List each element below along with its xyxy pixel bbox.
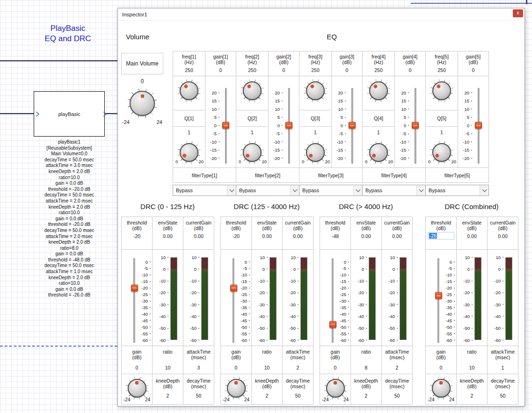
freq-knob[interactable] (240, 79, 264, 102)
window-titlebar[interactable]: Inspector1 x (118, 8, 525, 21)
gain-value[interactable]: 0 (221, 365, 251, 370)
freq-value[interactable]: 250 (363, 67, 394, 73)
q-value[interactable]: 1 (363, 127, 394, 138)
threshold-slider-track[interactable] (133, 258, 135, 343)
filter-type-dropdown[interactable]: Bypass (173, 185, 236, 196)
currentgain-value: 0.00 (283, 233, 313, 239)
gain-slider-handle[interactable] (412, 122, 419, 129)
gain-value[interactable]: 0 (320, 365, 350, 370)
kneedepth-value[interactable]: 2 (351, 393, 381, 399)
close-button[interactable]: x (513, 9, 523, 17)
filter-type-dropdown[interactable]: Bypass (236, 185, 299, 196)
eq-channel: freq[2] (Hz) 250 gain[2] (dB) 0 Q[2] 1 (236, 51, 299, 196)
threshold-slider-track[interactable] (233, 258, 234, 343)
gain-value[interactable]: 0 (122, 365, 152, 370)
drc-gain-knob[interactable] (324, 377, 347, 400)
q-knob[interactable]: 0 20 (430, 141, 453, 164)
freq-value[interactable]: 250 (173, 67, 205, 73)
gain-value[interactable]: 0 (426, 365, 456, 370)
q-value[interactable]: 1 (173, 127, 205, 138)
drc-gain-knob[interactable] (225, 377, 248, 400)
drc-group-title: DRC (> 4000 Hz) (320, 203, 412, 212)
freq-knob[interactable] (367, 79, 390, 102)
filter-type-dropdown[interactable]: Bypass (362, 185, 426, 196)
gain-slider-handle[interactable] (349, 122, 356, 129)
annotation-line: decayTime = 50.0 msec (13, 157, 125, 163)
decaytime-field: decayTime (msec) 50 (283, 374, 313, 405)
decaytime-value[interactable]: 50 (283, 393, 313, 399)
q-value[interactable]: 1 (299, 127, 331, 138)
q-knob[interactable]: 0 20 (367, 141, 390, 164)
threshold-slider-handle[interactable] (329, 321, 336, 328)
window-title: Inspector1 (122, 12, 147, 17)
main-volume-knob[interactable] (127, 88, 157, 118)
gain-value[interactable]: 0 (205, 67, 236, 73)
dropdown-button[interactable] (416, 185, 425, 196)
filter-type-dropdown[interactable]: Bypass (299, 185, 363, 196)
gain-slider-handle[interactable] (222, 122, 229, 129)
drc-gain-knob[interactable] (125, 377, 149, 400)
kneedepth-value[interactable]: 2 (153, 393, 183, 399)
threshold-slider-handle[interactable] (230, 284, 237, 291)
dropdown-button[interactable] (290, 185, 299, 196)
q-value[interactable]: 1 (236, 127, 268, 138)
gain-value[interactable]: 0 (395, 67, 425, 73)
ratio-value[interactable]: 8 (351, 365, 381, 370)
threshold-value[interactable]: -48 (320, 233, 350, 239)
q-max-label: 20 (451, 159, 456, 164)
decaytime-value[interactable]: 50 (183, 393, 214, 399)
freq-knob[interactable] (430, 79, 453, 102)
ratio-value[interactable]: 10 (457, 365, 487, 370)
knob-face (180, 143, 198, 162)
main-volume-value[interactable]: 0 (121, 74, 163, 88)
gain-value[interactable]: 0 (269, 67, 299, 73)
threshold-value[interactable]: -20 (122, 233, 152, 239)
decaytime-value[interactable]: 50 (382, 393, 412, 399)
freq-value[interactable]: 250 (299, 67, 331, 73)
q-knob[interactable]: 0 20 (304, 141, 327, 164)
gain-label: gain (320, 349, 350, 355)
decaytime-value[interactable]: 50 (488, 393, 518, 399)
dropdown-button[interactable] (480, 185, 488, 196)
threshold-value[interactable]: -26 (428, 232, 454, 239)
playbasic-block[interactable]: playBasic (34, 91, 105, 137)
gain-slider-handle[interactable] (285, 122, 292, 129)
attacktime-value[interactable]: 2 (283, 365, 313, 370)
dropdown-button[interactable] (227, 185, 236, 196)
threshold-value[interactable]: -20 (221, 233, 251, 239)
drc-group: DRC (> 4000 Hz) threshold (dB) -48 envSt… (320, 203, 412, 405)
q-min-label: 0 (239, 159, 241, 164)
freq-value[interactable]: 250 (236, 67, 268, 73)
threshold-slider-handle[interactable] (435, 292, 442, 299)
q-knob[interactable]: 0 20 (240, 141, 264, 164)
attacktime-field: attackTime (msec) 2 (382, 346, 413, 374)
dropdown-button[interactable] (353, 185, 362, 196)
ratio-value[interactable]: 10 (153, 365, 183, 370)
gain-value[interactable]: 0 (332, 67, 362, 73)
annotation-line: attackTime = 3.0 msec (13, 163, 125, 169)
threshold-slider-track[interactable] (332, 258, 334, 343)
attacktime-value[interactable]: 3 (183, 365, 214, 370)
kneedepth-value[interactable]: 2 (252, 393, 282, 399)
threshold-slider-track[interactable] (437, 258, 439, 343)
freq-knob[interactable] (304, 79, 327, 102)
currentgain-unit: (dB) (382, 225, 412, 231)
threshold-slider-handle[interactable] (131, 284, 138, 291)
gain-value[interactable]: 0 (458, 67, 488, 73)
freq-value[interactable]: 250 (426, 67, 458, 73)
freq-knob[interactable] (177, 79, 201, 102)
q-value[interactable]: 1 (426, 127, 458, 138)
attacktime-value[interactable]: 1 (488, 365, 518, 370)
filter-type-dropdown[interactable]: Bypass (425, 185, 489, 196)
ratio-field: ratio 10 (252, 346, 283, 374)
gain-slider: 20151050-5-10-15-20 (269, 76, 299, 168)
gain-slider-handle[interactable] (475, 122, 482, 129)
kneedepth-value[interactable]: 2 (457, 393, 487, 399)
knob-face (180, 81, 198, 100)
envstate-value: 0.00 (351, 233, 381, 239)
q-knob[interactable]: 0 20 (177, 141, 201, 164)
ratio-value[interactable]: 10 (252, 365, 282, 370)
attacktime-value[interactable]: 2 (382, 365, 412, 370)
threshold-slider: 0-5-10-15-20-25-30-35-40-45-50-55-60 (122, 250, 153, 346)
drc-gain-knob[interactable] (430, 377, 453, 400)
